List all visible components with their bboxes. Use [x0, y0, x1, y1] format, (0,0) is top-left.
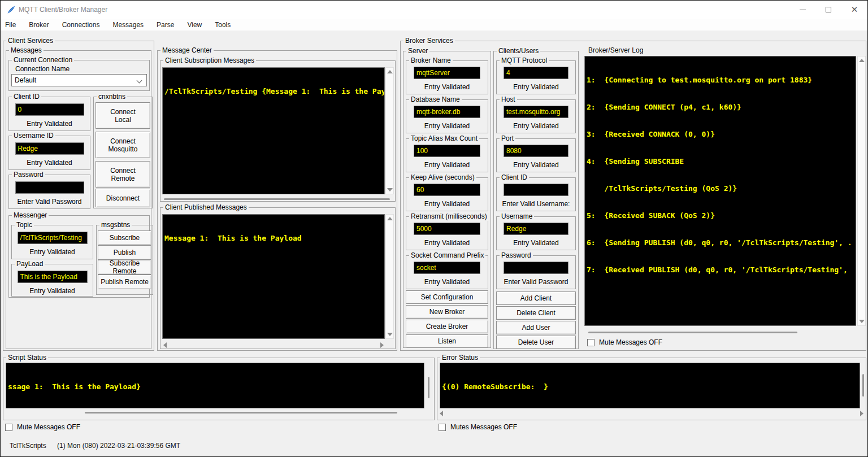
- subscribe-button[interactable]: Subscribe: [98, 230, 151, 245]
- chevron-down-icon: [137, 79, 142, 83]
- publish-button[interactable]: Publish: [98, 245, 151, 260]
- script-status-text[interactable]: ssage 1: This is the Payload} ges.client…: [6, 363, 424, 408]
- keep-alive-entry[interactable]: 60: [414, 184, 480, 196]
- subscription-messages-group: Client Subscription Messages /TclTkScrip…: [160, 60, 396, 202]
- host-status: Entry Validated: [497, 122, 575, 130]
- new-broker-button[interactable]: New Broker: [406, 305, 488, 319]
- script-status-hscrollbar[interactable]: [85, 412, 397, 414]
- app-window: MQTT Client/Broker Manager ✕ File Broker…: [0, 0, 868, 457]
- broker-client-id-entry[interactable]: [504, 184, 568, 196]
- topic-status: Entry Validated: [12, 248, 93, 256]
- broker-client-id-label: Client ID: [500, 173, 529, 182]
- password-entry[interactable]: [15, 181, 84, 194]
- delete-client-button[interactable]: Delete Client: [496, 306, 576, 320]
- minimize-button[interactable]: [789, 1, 815, 19]
- scroll-left-icon[interactable]: [440, 411, 443, 416]
- log-hscrollbar[interactable]: [588, 332, 797, 333]
- script-status-vscrollbar[interactable]: [428, 377, 429, 398]
- keep-alive-group: Keep Alive (seconds) 60 Entry Validated: [406, 177, 488, 211]
- scroll-up-icon[interactable]: [387, 217, 393, 220]
- port-label: Port: [500, 134, 515, 143]
- scroll-up-icon[interactable]: [387, 70, 393, 73]
- broker-services-label: Broker Services: [403, 37, 455, 45]
- script-mute-checkbox[interactable]: [5, 424, 12, 431]
- scroll-down-icon[interactable]: [859, 320, 865, 323]
- error-status-hscrollbar[interactable]: [439, 410, 865, 417]
- connection-name-combobox[interactable]: Default: [11, 74, 147, 86]
- subscription-messages-label: Client Subscription Messages: [163, 56, 256, 65]
- topic-entry[interactable]: /TclTkScripts/Testing: [18, 232, 88, 244]
- subscription-messages-text[interactable]: /TclTkScripts/Testing {Message 1: This i…: [162, 67, 385, 194]
- retransmit-entry[interactable]: 5000: [414, 223, 480, 235]
- menu-view[interactable]: View: [187, 21, 202, 29]
- database-name-entry[interactable]: mqtt-broker.db: [414, 106, 480, 118]
- log-mute-checkbox[interactable]: [587, 339, 594, 346]
- port-group: Port 8080 Entry Validated: [496, 138, 576, 172]
- subscription-vscrollbar[interactable]: [385, 67, 394, 194]
- published-messages-text[interactable]: Message 1: This is the Payload: [162, 214, 385, 339]
- current-connection-group: Current Connection Connection Name Defau…: [8, 60, 150, 91]
- script-mute-label: Mute Messages OFF: [17, 423, 80, 431]
- scroll-down-icon[interactable]: [387, 188, 393, 191]
- topic-alias-max-count-label: Topic Alias Max Count: [409, 134, 479, 143]
- topic-alias-max-count-entry[interactable]: 100: [414, 145, 480, 157]
- published-vscrollbar[interactable]: [385, 214, 394, 339]
- error-mute-checkbox[interactable]: [439, 424, 446, 431]
- log-line: 1: {Connecting to test.mosquitto.org on …: [587, 76, 854, 85]
- socket-command-prefix-entry[interactable]: socket: [414, 262, 480, 274]
- disconnect-button[interactable]: Disconnect: [96, 189, 150, 207]
- scroll-down-icon[interactable]: [387, 333, 393, 336]
- scroll-right-icon[interactable]: [380, 342, 384, 348]
- payload-status: Entry Validated: [12, 287, 93, 295]
- log-line: 4: {Sending SUBSCRIBE: [587, 157, 854, 166]
- subscribe-remote-button[interactable]: Subscribe Remote: [98, 260, 151, 275]
- add-user-button[interactable]: Add User: [496, 321, 576, 334]
- log-mute-label: Mute Messages OFF: [599, 338, 662, 346]
- broker-server-log-text[interactable]: 1: {Connecting to test.mosquitto.org on …: [584, 56, 856, 326]
- scroll-left-icon[interactable]: [163, 342, 167, 348]
- maximize-button[interactable]: [815, 1, 841, 19]
- cnxnbtns-group: cnxnbtns Connect Local Connect Mosquitto…: [93, 97, 153, 208]
- menu-broker[interactable]: Broker: [29, 21, 49, 29]
- connect-remote-button[interactable]: Connect Remote: [96, 161, 150, 188]
- broker-username-entry[interactable]: Redge: [504, 223, 568, 235]
- subscription-hscrollbar[interactable]: [164, 198, 390, 200]
- mqtt-protocol-entry[interactable]: 4: [504, 67, 568, 79]
- connect-local-button[interactable]: Connect Local: [96, 102, 150, 129]
- menu-file[interactable]: File: [5, 21, 16, 29]
- error-status-text[interactable]: {(0) RemoteSubscribe: } {-code: 0} {-lev…: [440, 363, 860, 408]
- messages-label: Messages: [9, 46, 44, 55]
- log-line: 3: {Received CONNACK (0, 0)}: [587, 130, 854, 139]
- host-entry[interactable]: test.mosquitto.org: [504, 106, 568, 118]
- menu-parse[interactable]: Parse: [157, 21, 174, 29]
- broker-services-panel: Broker Services Server Broker Name mqttS…: [400, 41, 866, 351]
- port-entry[interactable]: 8080: [504, 145, 568, 157]
- log-mute-row: Mute Messages OFF: [587, 338, 662, 346]
- username-id-entry[interactable]: Redge: [15, 142, 84, 155]
- password-label: Password: [12, 171, 45, 179]
- broker-name-entry[interactable]: mqttServer: [414, 67, 480, 79]
- set-configuration-button[interactable]: Set Configuration: [406, 290, 488, 304]
- connect-mosquitto-button[interactable]: Connect Mosquitto: [96, 132, 150, 158]
- topic-group: Topic /TclTkScripts/Testing Entry Valida…: [11, 225, 93, 259]
- add-client-button[interactable]: Add Client: [496, 291, 576, 305]
- broker-password-entry[interactable]: [504, 262, 568, 274]
- log-vscrollbar[interactable]: [857, 56, 866, 326]
- close-button[interactable]: ✕: [841, 1, 867, 19]
- delete-user-button[interactable]: Delete User: [496, 336, 576, 349]
- port-status: Entry Validated: [497, 161, 575, 169]
- publish-remote-button[interactable]: Publish Remote: [98, 275, 151, 289]
- client-id-group: Client ID 0 Entry Validated: [8, 97, 90, 131]
- scroll-up-icon[interactable]: [859, 59, 865, 62]
- client-id-entry[interactable]: 0: [15, 103, 84, 116]
- create-broker-button[interactable]: Create Broker: [406, 320, 488, 333]
- payload-entry[interactable]: This is the Payload: [18, 271, 88, 283]
- published-hscrollbar[interactable]: [162, 341, 385, 349]
- listen-button[interactable]: Listen: [406, 334, 488, 348]
- menu-connections[interactable]: Connections: [62, 21, 100, 29]
- menu-messages[interactable]: Messages: [112, 21, 144, 29]
- scroll-right-icon[interactable]: [860, 411, 863, 416]
- statusbar-app-name: TclTkScripts: [10, 442, 46, 450]
- error-status-vscrollbar[interactable]: [862, 374, 864, 397]
- menu-tools[interactable]: Tools: [215, 21, 231, 29]
